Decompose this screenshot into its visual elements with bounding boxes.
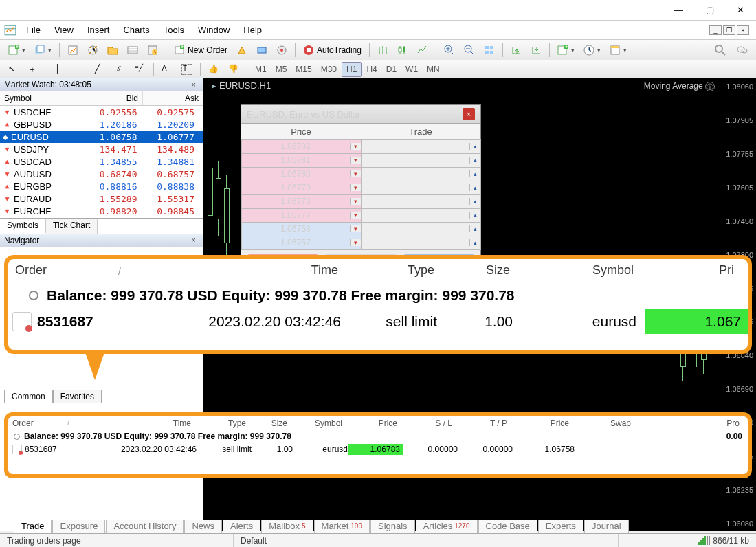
text-label-button[interactable]: T [177,61,197,78]
dom-price-drop-icon[interactable]: ▾ [350,143,361,150]
terminal-tab-news[interactable]: News [184,520,222,533]
new-order-button[interactable]: New Order [170,42,232,58]
line-chart-button[interactable] [413,42,432,58]
mdi-restore-button[interactable]: ❐ [723,25,735,35]
crosshair-button[interactable]: ＋ [24,61,43,78]
cb-h-price[interactable]: Pri [634,263,741,278]
order-row-large[interactable]: 8531687 2023.02.20 03:42:46 sell limit 1… [8,308,748,335]
menu-charts[interactable]: Charts [116,22,156,38]
candle-chart-button[interactable] [393,42,412,58]
dom-row[interactable]: 1.06780▾ ▴ [241,167,480,181]
menu-tools[interactable]: Tools [157,22,191,38]
chart-shift-button[interactable] [526,42,546,58]
mw-row-usdjpy[interactable]: 🔻USDJPY 134.471 134.489 [0,143,203,155]
dom-price-drop-icon[interactable]: ▾ [350,198,361,205]
new-chart-button[interactable]: ▾ [4,42,30,58]
dom-row[interactable]: 1.06757▾ ▴ [241,236,480,249]
zoom-in-button[interactable] [440,42,459,58]
tf-w1[interactable]: W1 [401,63,422,76]
vline-button[interactable]: │ [51,61,70,78]
terminal-tab-alerts[interactable]: Alerts [223,520,260,533]
mw-header-symbol[interactable]: Symbol [0,91,82,105]
dom-row[interactable]: 1.06782▾ ▴ [241,139,480,153]
cb-h-time[interactable]: Time [146,263,338,278]
channel-button[interactable]: ⫽ [111,61,130,78]
tf-h4[interactable]: H4 [362,63,381,76]
tf-mn[interactable]: MN [423,63,444,76]
dom-row[interactable]: 1.06779▾ ▴ [241,181,480,194]
mw-row-usdcad[interactable]: 🔺USDCAD 1.34855 1.34881 [0,155,203,168]
mw-row-gbpusd[interactable]: 🔺GBPUSD 1.20186 1.20209 [0,118,203,131]
dom-trade-up-icon[interactable]: ▴ [469,212,480,219]
menu-window[interactable]: Window [191,22,236,38]
dom-price-drop-icon[interactable]: ▾ [350,157,361,164]
dom-row[interactable]: 1.06758▾ ▴ [241,222,480,236]
market-watch-close-icon[interactable]: × [189,80,199,89]
chart-expand-icon[interactable]: ▸ [212,80,216,91]
tf-m1[interactable]: M1 [251,63,271,76]
menu-view[interactable]: View [47,22,80,38]
cb-h-type[interactable]: Type [338,263,434,278]
cb-sort-icon[interactable]: / [118,263,146,278]
terminal-tab-articles[interactable]: Articles 1270 [416,520,478,533]
dom-price-drop-icon[interactable]: ▾ [350,170,361,177]
data-window-toggle[interactable] [83,42,102,58]
mw-row-eurchf[interactable]: 🔻EURCHF 0.98820 0.98845 [0,205,203,217]
mw-row-eurgbp[interactable]: 🔺EURGBP 0.88816 0.88838 [0,180,203,192]
bar-chart-button[interactable] [373,42,392,58]
cs-h-pro[interactable]: Pro [631,418,744,428]
cs-h-tp[interactable]: T / P [452,418,507,428]
navigator-tab-common[interactable]: Common [4,390,53,403]
terminal-tab-account-history[interactable]: Account History [106,520,184,533]
terminal-tab-mailbox[interactable]: Mailbox 5 [261,520,313,533]
terminal-toggle[interactable] [123,42,142,58]
hline-button[interactable]: — [71,61,90,78]
dom-price-drop-icon[interactable]: ▾ [350,225,361,232]
metaquotes-button[interactable] [232,42,252,58]
market-watch-toggle[interactable] [63,42,82,58]
cs-h-time[interactable]: Time [81,418,191,428]
indicator-settings-icon[interactable]: ⓘ [705,82,715,91]
window-close-button[interactable]: ✕ [725,0,756,21]
cursor-button[interactable]: ↖ [4,61,23,78]
mw-row-euraud[interactable]: 🔻EURAUD 1.55289 1.55317 [0,192,203,205]
zoom-out-button[interactable] [460,42,479,58]
cs-sort-icon[interactable]: / [67,418,81,428]
auto-scroll-button[interactable] [480,42,499,58]
search-button[interactable] [711,42,730,58]
terminal-tab-journal[interactable]: Journal [584,520,629,533]
dom-trade-up-icon[interactable]: ▴ [469,184,480,191]
terminal-tab-experts[interactable]: Experts [538,520,583,533]
fibo-button[interactable]: ≡╱ [131,61,150,78]
cs-h-sl[interactable]: S / L [397,418,452,428]
profiles-button[interactable]: ▾ [30,42,56,58]
navigator-tab-favorites[interactable]: Favorites [53,390,102,403]
thumb-down-icon[interactable]: 👎 [224,61,243,78]
vps-button[interactable] [272,42,291,58]
cs-h-order[interactable]: Order [12,418,67,428]
signals-button[interactable] [252,42,271,58]
mw-header-ask[interactable]: Ask [143,91,203,105]
cs-h-size[interactable]: Size [246,418,287,428]
mw-tab-symbols[interactable]: Symbols [0,219,46,234]
mw-header-bid[interactable]: Bid [82,91,143,105]
dom-trade-up-icon[interactable]: ▴ [469,157,480,164]
menu-file[interactable]: File [19,22,47,38]
dom-trade-up-icon[interactable]: ▴ [469,198,480,205]
mw-row-eurusd[interactable]: ◆EURUSD 1.06758 1.06777 [0,131,203,143]
cs-h-symbol[interactable]: Symbol [287,418,342,428]
dom-price-drop-icon[interactable]: ▾ [350,184,361,191]
terminal-tab-trade[interactable]: Trade [14,520,52,533]
period-button[interactable]: ▾ [579,42,605,58]
chat-button[interactable] [733,42,752,58]
tf-h1[interactable]: H1 [342,62,362,77]
trendline-button[interactable]: ╱ [91,61,110,78]
dom-price-drop-icon[interactable]: ▾ [350,212,361,219]
tf-m5[interactable]: M5 [271,63,291,76]
terminal-tab-market[interactable]: Market 199 [314,520,370,533]
cb-h-order[interactable]: Order [15,263,118,278]
mw-row-usdchf[interactable]: 🔻USDCHF 0.92556 0.92575 [0,106,203,118]
dom-row[interactable]: 1.06778▾ ▴ [241,194,480,208]
dom-trade-up-icon[interactable]: ▴ [469,143,480,150]
shift-button[interactable] [507,42,526,58]
